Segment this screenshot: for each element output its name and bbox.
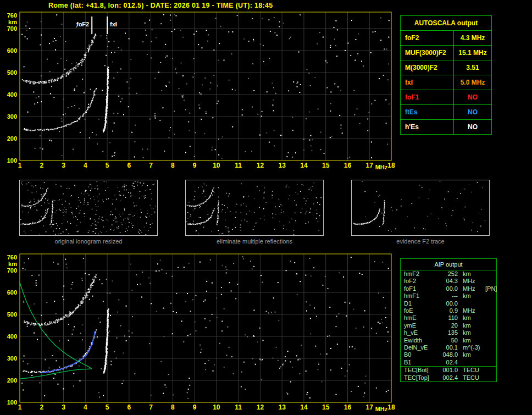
aip-cell-u: km [458,270,483,278]
svg-text:13: 13 [278,162,286,169]
aip-cell-v: 00.0 [438,285,458,292]
aip-table-body: hmF2252kmfoF204.3MHzfoF100.0MHz[PN]hmF1-… [401,270,496,381]
param-label: fxI [401,75,454,90]
aip-cell-u: TECU [458,367,483,374]
autoscala-table-header: AUTOSCALA output [401,16,492,31]
param-label: foF2 [401,31,454,46]
autoscala-app-window: Rome (lat: +41.8, lon: 012.5) - DATE: 20… [0,0,532,415]
autoscala-table-title: AUTOSCALA output [401,16,492,31]
param-label: MUF(3000)F2 [401,46,454,60]
svg-text:17: 17 [366,162,374,169]
svg-text:500: 500 [7,69,17,76]
aip-row-tectop: TEC[Top]002.4TECU [401,374,496,381]
main-ionogram-plot: 100200300400500600700760km12345678910111… [0,10,398,173]
aip-cell-u: MHz [458,278,483,285]
aip-row-yme: ymE20km [401,322,496,329]
aip-row-delnve: DelN_vE00.1m^(-3) [401,344,496,351]
svg-text:400: 400 [7,91,17,98]
aip-cell-nm: DelN_vE [404,344,438,351]
aip-cell-n [483,367,497,374]
thumbnail-caption-evidence: evidence F2 trace [351,238,490,245]
aip-cell-u: km [458,337,483,344]
svg-text:12: 12 [257,162,264,169]
svg-text:7: 7 [149,162,153,169]
svg-text:4: 4 [84,403,87,411]
aip-row-foe: foE0.9MHz [401,307,496,314]
aip-cell-v: 001.0 [438,367,458,374]
svg-text:16: 16 [344,162,352,169]
svg-text:18: 18 [387,162,395,169]
svg-text:MHz: MHz [375,164,388,170]
svg-text:9: 9 [193,403,197,411]
svg-text:7: 7 [149,403,153,411]
thumbnail-caption-original: original ionogram resized [19,238,158,245]
autoscala-row-fxi: fxI5.0 MHz [401,75,492,90]
thumbnail-eliminate-reflections [185,180,324,236]
aip-output-table: AIP output hmF2252kmfoF204.3MHzfoF100.0M… [400,258,497,382]
svg-text:3: 3 [62,403,65,411]
aip-cell-u: km [458,314,483,322]
svg-text:1: 1 [18,162,22,169]
svg-text:2: 2 [40,162,43,169]
aip-cell-u: TECU [458,374,483,381]
profile-ionogram-plot: 100200300400500600700760km12345678910111… [0,252,398,414]
svg-text:760: 760 [7,254,17,261]
aip-cell-v: 110 [438,314,458,322]
aip-row-fof1: foF100.0MHz[PN] [401,285,496,292]
svg-text:300: 300 [7,355,17,362]
svg-text:km: km [8,261,17,267]
aip-cell-n [483,374,497,381]
svg-text:8: 8 [171,403,175,411]
param-value: 3.51 [454,60,492,75]
aip-row-hve: h_vE135km [401,329,496,336]
svg-text:700: 700 [7,267,17,274]
aip-cell-n [483,322,497,329]
param-value: 4.3 MHz [454,31,492,46]
aip-cell-n [483,270,497,278]
svg-text:500: 500 [7,311,17,318]
aip-cell-v: 02.4 [438,359,458,366]
aip-row-fof2: foF204.3MHz [401,278,496,285]
aip-cell-u: MHz [458,307,483,314]
param-label: M(3000)F2 [401,60,454,75]
thumbnail-caption-eliminate: eliminate multiple reflections [185,238,324,245]
svg-text:fxI: fxI [110,21,117,27]
svg-text:13: 13 [278,403,286,411]
aip-cell-nm: foF2 [404,278,438,285]
aip-cell-u: km [458,351,483,358]
param-label: h'Es [401,120,454,135]
aip-row-b0: B0048.0km [401,351,496,358]
svg-text:MHz: MHz [375,406,388,412]
aip-cell-nm: B1 [404,359,438,366]
aip-row-hmf1: hmF1---km [401,292,496,300]
autoscala-row-m3000f2: M(3000)F23.51 [401,60,492,75]
aip-cell-n [483,359,497,366]
aip-cell-v: 048.0 [438,351,458,358]
svg-text:8: 8 [171,162,175,169]
aip-cell-u: km [458,292,483,300]
aip-cell-v: 252 [438,270,458,278]
svg-text:15: 15 [322,403,330,411]
param-value: 15.1 MHz [454,46,492,60]
svg-text:300: 300 [7,113,17,120]
svg-text:12: 12 [257,403,264,411]
thumbnail-evidence-f2-trace [351,180,490,236]
svg-text:6: 6 [127,162,131,169]
svg-text:km: km [8,19,17,25]
aip-cell-nm: h_vE [404,329,438,336]
svg-text:200: 200 [7,377,17,384]
autoscala-output-table: AUTOSCALA output foF24.3 MHzMUF(3000)F21… [400,15,492,135]
aip-cell-v: 00.0 [438,300,458,307]
svg-text:200: 200 [7,135,17,142]
aip-cell-v: 002.4 [438,374,458,381]
svg-text:3: 3 [62,162,65,169]
param-value: NO [454,120,492,135]
aip-row-d1: D100.0 [401,300,496,307]
svg-text:9: 9 [193,162,197,169]
aip-cell-nm: Ewidth [404,337,438,344]
aip-cell-n [483,329,497,336]
aip-cell-u: km [458,322,483,329]
param-value: 5.0 MHz [454,75,492,90]
svg-text:100: 100 [7,399,17,406]
aip-cell-v: 0.9 [438,307,458,314]
